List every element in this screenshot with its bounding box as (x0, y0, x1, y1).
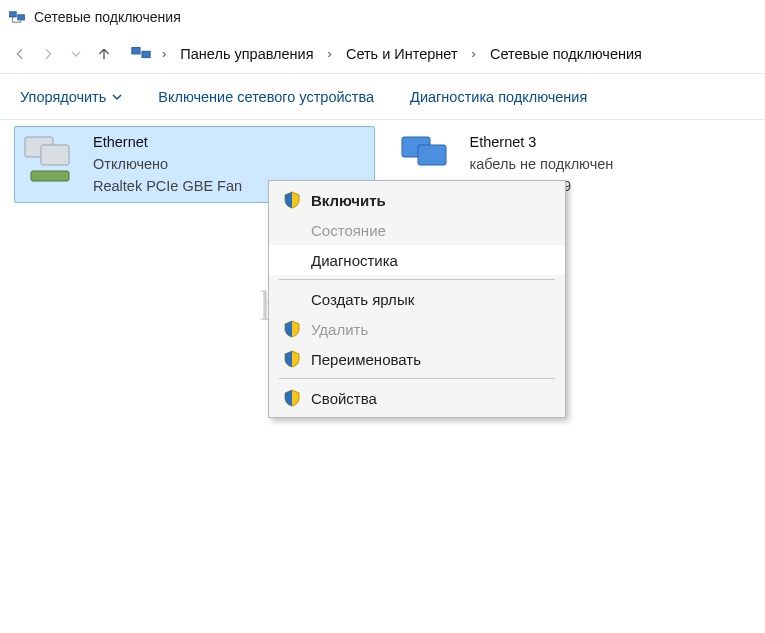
diagnose-label: Диагностика подключения (410, 89, 587, 105)
menu-separator (279, 279, 555, 280)
titlebar: Сетевые подключения (0, 0, 765, 34)
menu-diagnostics-label: Диагностика (311, 252, 551, 269)
icon-spacer (283, 290, 301, 308)
chevron-right-icon[interactable]: › (156, 46, 172, 61)
enable-device-button[interactable]: Включение сетевого устройства (158, 89, 374, 105)
diagnose-button[interactable]: Диагностика подключения (410, 89, 587, 105)
menu-delete: Удалить (269, 314, 565, 344)
adapter-status: кабель не подключен (470, 155, 614, 174)
menu-delete-label: Удалить (311, 321, 551, 338)
organize-label: Упорядочить (20, 89, 106, 105)
adapter-disabled-icon (21, 133, 83, 187)
menu-rename-label: Переименовать (311, 351, 551, 368)
adapter-name: Ethernet 3 (470, 133, 614, 152)
recent-dropdown-icon[interactable] (64, 42, 88, 66)
shield-icon (283, 191, 301, 209)
svg-rect-0 (10, 12, 17, 17)
back-icon[interactable] (8, 42, 32, 66)
chevron-right-icon[interactable]: › (466, 46, 482, 61)
chevron-right-icon[interactable]: › (322, 46, 338, 61)
icon-spacer (283, 251, 301, 269)
menu-properties[interactable]: Свойства (269, 383, 565, 413)
navigation-bar: › Панель управления › Сеть и Интернет › … (0, 34, 765, 74)
shield-icon (283, 389, 301, 407)
svg-rect-8 (41, 145, 69, 165)
up-icon[interactable] (92, 42, 116, 66)
svg-rect-5 (132, 47, 140, 53)
menu-rename[interactable]: Переименовать (269, 344, 565, 374)
shield-icon (283, 350, 301, 368)
adapter-name: Ethernet (93, 133, 242, 152)
menu-enable-label: Включить (311, 192, 551, 209)
forward-icon[interactable] (36, 42, 60, 66)
menu-diagnostics[interactable]: Диагностика (269, 245, 565, 275)
adapter-text: Ethernet Отключено Realtek PCIe GBE Fan (93, 133, 242, 196)
breadcrumb-root-icon[interactable] (130, 43, 152, 65)
breadcrumb-item[interactable]: Сетевые подключения (486, 44, 646, 64)
menu-create-shortcut[interactable]: Создать ярлык (269, 284, 565, 314)
menu-state-label: Состояние (311, 222, 551, 239)
adapter-icon (398, 133, 460, 187)
breadcrumb-item[interactable]: Панель управления (176, 44, 317, 64)
svg-rect-6 (142, 51, 150, 57)
toolbar: Упорядочить Включение сетевого устройств… (0, 74, 765, 120)
menu-create-shortcut-label: Создать ярлык (311, 291, 551, 308)
svg-rect-1 (18, 15, 25, 20)
shield-icon (283, 320, 301, 338)
menu-state: Состояние (269, 215, 565, 245)
caret-down-icon (112, 89, 122, 105)
svg-rect-9 (31, 171, 69, 181)
context-menu: Включить Состояние Диагностика Создать я… (268, 180, 566, 418)
icon-spacer (283, 221, 301, 239)
enable-device-label: Включение сетевого устройства (158, 89, 374, 105)
network-connections-icon (8, 8, 26, 26)
window-title: Сетевые подключения (34, 9, 181, 25)
menu-enable[interactable]: Включить (269, 185, 565, 215)
adapter-status: Отключено (93, 155, 242, 174)
organize-button[interactable]: Упорядочить (20, 89, 122, 105)
breadcrumb-item[interactable]: Сеть и Интернет (342, 44, 462, 64)
menu-properties-label: Свойства (311, 390, 551, 407)
menu-separator (279, 378, 555, 379)
adapter-device: Realtek PCIe GBE Fan (93, 177, 242, 196)
svg-rect-11 (418, 145, 446, 165)
